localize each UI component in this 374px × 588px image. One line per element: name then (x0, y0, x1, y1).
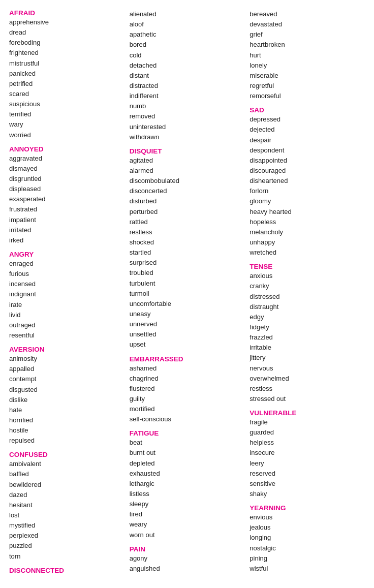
category-title-0-3: AVERSION (9, 346, 124, 353)
word-item: edgy (250, 312, 365, 322)
word-item: fragile (250, 417, 365, 427)
word-item: leery (250, 458, 365, 469)
word-item: indignant (9, 289, 124, 299)
column-1: alienatedaloofapatheticboredcolddetached… (130, 9, 245, 580)
word-item: regretful (250, 81, 365, 91)
word-item: withdrawn (130, 132, 245, 142)
word-item: unhappy (250, 237, 365, 247)
word-item: hurt (250, 50, 365, 60)
word-item: guilty (130, 394, 245, 404)
word-item: worried (9, 130, 124, 140)
category-block-0-0: AFRAIDapprehensivedreadforebodingfrighte… (9, 9, 124, 140)
word-item: impatient (9, 215, 124, 225)
word-item: grief (250, 29, 365, 40)
word-item: flustered (130, 384, 245, 394)
word-item: agony (130, 553, 245, 564)
word-item: hopeless (250, 217, 365, 227)
word-item: irritable (250, 343, 365, 353)
category-block-2-2: TENSEanxiouscrankydistresseddistraughted… (250, 263, 365, 404)
word-item: sensitive (250, 479, 365, 489)
category-title-2-1: SAD (250, 106, 365, 114)
word-item: distressed (250, 292, 365, 302)
word-item: baffled (9, 469, 124, 479)
word-item: disturbed (130, 196, 245, 206)
word-item: ashamed (130, 363, 245, 374)
word-item: bereaved (250, 9, 365, 19)
word-item: panicked (9, 69, 124, 79)
word-item: uneasy (130, 309, 245, 319)
word-item: sleepy (130, 499, 245, 509)
word-item: fidgety (250, 322, 365, 332)
word-item: outraged (9, 320, 124, 330)
word-item: remorseful (250, 91, 365, 101)
word-item: detached (130, 60, 245, 71)
word-item: insecure (250, 448, 365, 458)
word-item: heavy hearted (250, 207, 365, 217)
word-item: shocked (130, 237, 245, 247)
word-item: forlorn (250, 186, 365, 196)
word-item: melancholy (250, 227, 365, 237)
word-item: overwhelmed (250, 374, 365, 384)
category-block-2-0: bereaveddevastatedgriefheartbrokenhurtlo… (250, 9, 365, 101)
word-item: weary (130, 519, 245, 530)
word-item: resentful (9, 330, 124, 341)
word-item: displeased (9, 184, 124, 194)
category-block-0-5: DISCONNECTED (9, 567, 124, 575)
category-title-1-2: EMBARRASSED (130, 355, 245, 363)
word-item: depleted (130, 458, 245, 469)
word-item: turbulent (130, 278, 245, 289)
word-item: discombobulated (130, 176, 245, 186)
word-item: anxious (250, 271, 365, 281)
category-block-1-2: EMBARRASSEDashamedchagrinedflusteredguil… (130, 355, 245, 425)
word-item: incensed (9, 279, 124, 289)
word-item: animosity (9, 354, 124, 364)
word-item: depressed (250, 114, 365, 125)
word-item: mortified (130, 404, 245, 414)
word-item: tired (130, 509, 245, 519)
word-item: irritated (9, 225, 124, 235)
word-item: disconcerted (130, 186, 245, 196)
word-item: chagrined (130, 374, 245, 384)
word-item: lethargic (130, 479, 245, 489)
word-item: dejected (250, 125, 365, 135)
word-item: restless (250, 384, 365, 394)
word-item: rattled (130, 217, 245, 227)
word-item: ambivalent (9, 459, 124, 469)
category-title-1-4: PAIN (130, 545, 245, 553)
word-item: helpless (250, 438, 365, 448)
word-item: perplexed (9, 531, 124, 541)
word-item: enraged (9, 259, 124, 269)
word-item: pining (250, 553, 365, 564)
word-item: disheartened (250, 176, 365, 186)
category-block-2-4: YEARNINGenviousjealouslongingnostalgicpi… (250, 504, 365, 574)
category-block-0-2: ANGRYenragedfuriousincensedindignantirat… (9, 251, 124, 341)
word-item: alienated (130, 9, 245, 19)
word-item: aloof (130, 19, 245, 29)
word-item: wretched (250, 247, 365, 258)
word-item: shaky (250, 489, 365, 499)
word-item: distraught (250, 302, 365, 312)
category-block-1-3: FATIGUEbeatburnt outdepletedexhaustedlet… (130, 429, 245, 540)
word-item: petrified (9, 79, 124, 89)
word-item: dazed (9, 490, 124, 500)
word-item: despondent (250, 145, 365, 156)
word-item: wary (9, 119, 124, 130)
word-item: unsettled (130, 329, 245, 339)
word-item: horrified (9, 415, 124, 425)
word-item: upset (130, 339, 245, 350)
category-block-0-1: ANNOYEDaggravateddismayeddisgruntleddisp… (9, 145, 124, 245)
category-title-0-1: ANNOYED (9, 145, 124, 153)
category-block-1-1: DISQUIETagitatedalarmeddiscombobulateddi… (130, 147, 245, 350)
word-item: beat (130, 438, 245, 448)
word-item: despair (250, 135, 365, 145)
word-item: gloomy (250, 196, 365, 206)
word-item: puzzled (9, 541, 124, 551)
word-item: apathetic (130, 29, 245, 40)
word-item: hostile (9, 425, 124, 436)
word-item: repulsed (9, 436, 124, 446)
word-item: indifferent (130, 91, 245, 101)
word-item: longing (250, 533, 365, 543)
word-item: disgruntled (9, 174, 124, 184)
word-item: surprised (130, 258, 245, 268)
word-item: lost (9, 510, 124, 520)
